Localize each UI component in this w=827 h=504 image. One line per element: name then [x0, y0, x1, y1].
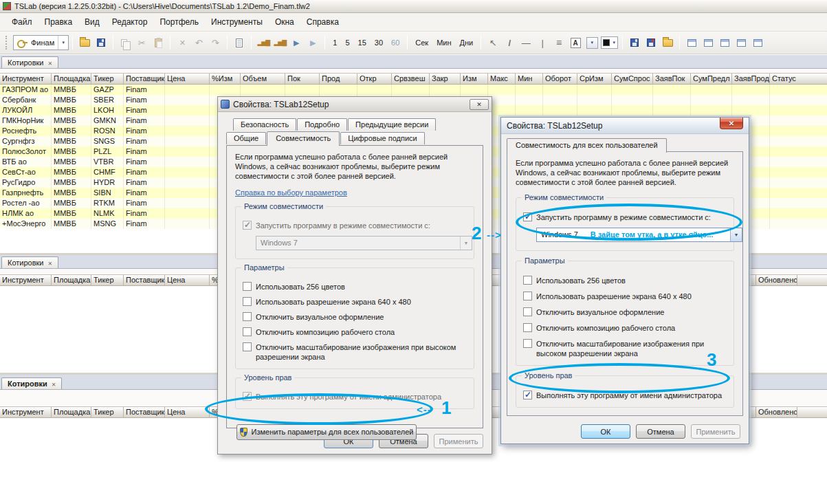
- help-link[interactable]: Справка по выбору параметров: [235, 188, 347, 197]
- tab-compatibility[interactable]: Совместимость: [267, 131, 340, 146]
- column-header[interactable]: Оборот: [543, 74, 577, 84]
- column-header[interactable]: [797, 407, 827, 417]
- menu-item[interactable]: Портфель: [153, 14, 205, 30]
- compat-mode-checkbox[interactable]: [523, 212, 532, 221]
- menu-item[interactable]: Редактор: [106, 14, 154, 30]
- trendline-tool[interactable]: [502, 35, 517, 50]
- quotes-tab[interactable]: Котировки: [1, 56, 58, 68]
- column-header[interactable]: СрИзм: [577, 74, 612, 84]
- compat-os-select[interactable]: Windows 7 В зайце том утка, а в утке яйц…: [536, 228, 742, 242]
- column-header[interactable]: СумПредл: [691, 74, 732, 84]
- setting-row[interactable]: Использовать разрешение экрана 640 x 480: [243, 297, 467, 307]
- setting-checkbox[interactable]: [523, 292, 532, 300]
- style-dropdown[interactable]: [584, 35, 599, 50]
- column-header[interactable]: ЗаявПрод: [732, 74, 770, 84]
- column-header[interactable]: Обновлено: [756, 407, 797, 417]
- cancel-button[interactable]: Отмена: [636, 424, 685, 439]
- color-picker[interactable]: [601, 35, 618, 50]
- timeframe-min-button[interactable]: Мин: [433, 37, 454, 48]
- delete-button[interactable]: [175, 35, 190, 50]
- setting-row[interactable]: Отключить композицию рабочего стола: [523, 323, 727, 333]
- column-header[interactable]: Цена: [165, 74, 210, 84]
- setting-row[interactable]: Отключить визуальное оформление: [523, 307, 727, 317]
- vertical-line-tool[interactable]: [535, 35, 550, 50]
- copy-button[interactable]: [118, 35, 133, 50]
- column-header[interactable]: ЗаявПок: [653, 74, 691, 84]
- column-header[interactable]: СумСпрос: [612, 74, 653, 84]
- column-header[interactable]: Мин: [516, 74, 543, 84]
- window-layout-3-button[interactable]: [717, 35, 732, 50]
- setting-checkbox[interactable]: [523, 323, 532, 332]
- column-header[interactable]: Поставщик: [124, 74, 165, 84]
- column-header[interactable]: Срвзвеш: [392, 74, 430, 84]
- open-button[interactable]: [77, 35, 92, 50]
- window-layout-1-button[interactable]: [684, 35, 699, 50]
- tab-security[interactable]: Безопасность: [233, 118, 296, 131]
- tab-compatibility-all-users[interactable]: Совместимость для всех пользователей: [507, 138, 667, 153]
- setting-row[interactable]: Использовать 256 цветов: [523, 276, 727, 285]
- column-header[interactable]: Инструмент: [0, 275, 52, 285]
- undo-button[interactable]: [191, 35, 206, 50]
- menu-item[interactable]: Файл: [5, 14, 38, 30]
- interval-30-button[interactable]: 30: [371, 37, 386, 48]
- toolbar-grip[interactable]: [5, 36, 9, 50]
- interval-1-button[interactable]: 1: [329, 37, 340, 48]
- run-as-admin-checkbox[interactable]: [523, 391, 532, 399]
- column-header[interactable]: Объем: [241, 74, 285, 84]
- window-layout-4-button[interactable]: [734, 35, 749, 50]
- tab-digital-signatures[interactable]: Цифровые подписи: [340, 132, 425, 144]
- setting-checkbox[interactable]: [243, 312, 252, 321]
- column-header[interactable]: Поставщик: [124, 275, 165, 285]
- setting-row[interactable]: Использовать 256 цветов: [243, 282, 467, 292]
- setting-checkbox[interactable]: [523, 276, 532, 285]
- column-header[interactable]: Цена: [165, 275, 210, 285]
- menu-item[interactable]: Справка: [300, 14, 345, 30]
- chart-button[interactable]: [256, 35, 271, 50]
- setting-row[interactable]: Отключить композицию рабочего стола: [243, 327, 467, 337]
- menu-item[interactable]: Окна: [269, 14, 300, 30]
- menu-item[interactable]: Правка: [38, 14, 79, 30]
- interval-5-button[interactable]: 5: [342, 37, 353, 48]
- save-all-button[interactable]: [643, 35, 659, 50]
- chart-export-button[interactable]: [272, 35, 287, 50]
- setting-checkbox[interactable]: [523, 339, 532, 348]
- window-layout-5-button[interactable]: [750, 35, 765, 50]
- setting-row[interactable]: Отключить масштабирование изображения пр…: [523, 339, 727, 358]
- tab-details[interactable]: Подробно: [297, 118, 347, 131]
- timeframe-day-button[interactable]: Дни: [456, 37, 477, 48]
- tab-previous-versions[interactable]: Предыдущие версии: [348, 118, 436, 131]
- setting-row[interactable]: Отключить визуальное оформление: [243, 312, 467, 322]
- column-header[interactable]: Пок: [285, 74, 320, 84]
- text-tool[interactable]: A: [568, 35, 583, 50]
- horizontal-line-tool[interactable]: [518, 35, 533, 50]
- quotes-tab[interactable]: Котировки: [1, 377, 62, 389]
- setting-checkbox[interactable]: [243, 327, 252, 336]
- ok-button[interactable]: ОК: [581, 424, 630, 439]
- column-header[interactable]: Площадка: [52, 407, 91, 417]
- setting-row[interactable]: Отключить масштабирование изображения пр…: [243, 342, 467, 362]
- close-icon[interactable]: [470, 99, 489, 110]
- close-icon[interactable]: [720, 118, 743, 129]
- column-header[interactable]: Площадка: [52, 275, 91, 285]
- tab-close-icon[interactable]: [52, 380, 56, 388]
- column-header[interactable]: Цена: [165, 407, 210, 417]
- open-workspace-button[interactable]: [660, 35, 675, 50]
- dropdown-arrow-icon[interactable]: [730, 228, 742, 241]
- column-header[interactable]: %Изм: [210, 74, 241, 84]
- script-button[interactable]: [232, 35, 247, 50]
- setting-row[interactable]: Использовать разрешение экрана 640 x 480: [523, 292, 727, 301]
- quote-row[interactable]: ГАЗПРОМ ао ММВБ GAZP Finam: [0, 85, 827, 95]
- column-header[interactable]: Прод: [320, 74, 357, 84]
- column-header[interactable]: Статус: [770, 74, 827, 84]
- cursor-tool[interactable]: [485, 35, 500, 50]
- save-button[interactable]: [93, 35, 109, 50]
- timeframe-sec-button[interactable]: Сек: [412, 37, 432, 48]
- quotes-tab[interactable]: Котировки: [1, 256, 58, 268]
- column-header[interactable]: Тикер: [91, 275, 124, 285]
- column-header[interactable]: Тикер: [91, 74, 124, 84]
- setting-checkbox[interactable]: [243, 342, 252, 351]
- account-selector[interactable]: Финам: [13, 35, 69, 50]
- tab-close-icon[interactable]: [48, 259, 53, 267]
- align-tool[interactable]: [551, 35, 566, 50]
- column-header[interactable]: Тикер: [91, 407, 124, 417]
